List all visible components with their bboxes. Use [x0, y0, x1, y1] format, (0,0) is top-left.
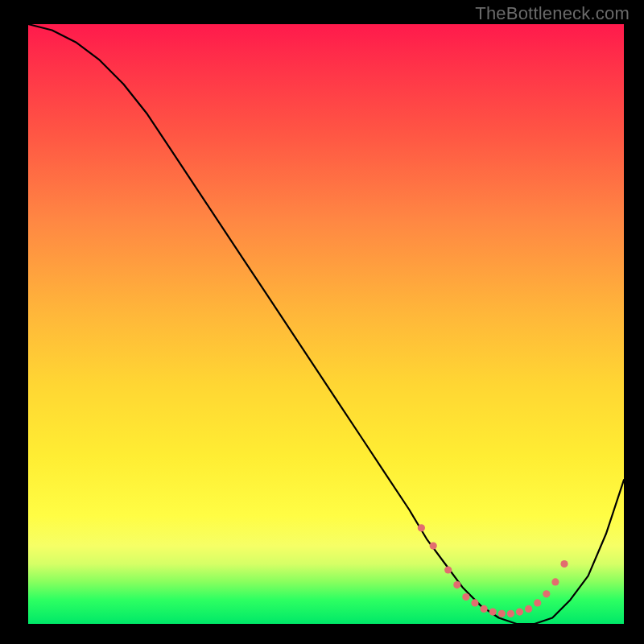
valley-marker-dot	[551, 578, 559, 585]
valley-marker-dot	[534, 599, 541, 606]
plot-gradient-area	[28, 24, 624, 624]
valley-marker-dot	[525, 605, 532, 613]
valley-marker-dot	[481, 605, 488, 613]
valley-markers	[418, 524, 568, 617]
chart-frame: TheBottleneck.com	[0, 0, 644, 644]
valley-marker-dot	[453, 581, 460, 588]
valley-marker-dot	[498, 610, 506, 617]
valley-marker-dot	[462, 593, 469, 601]
valley-marker-dot	[516, 609, 523, 616]
valley-marker-dot	[430, 543, 437, 550]
curve-svg	[28, 24, 624, 624]
valley-marker-dot	[507, 610, 514, 617]
valley-marker-dot	[471, 599, 478, 606]
valley-marker-dot	[489, 609, 497, 616]
valley-marker-dot	[444, 566, 452, 573]
valley-marker-dot	[543, 590, 550, 597]
valley-marker-dot	[418, 524, 425, 531]
bottleneck-curve	[28, 24, 624, 624]
valley-marker-dot	[560, 560, 568, 568]
watermark-text: TheBottleneck.com	[475, 3, 630, 24]
